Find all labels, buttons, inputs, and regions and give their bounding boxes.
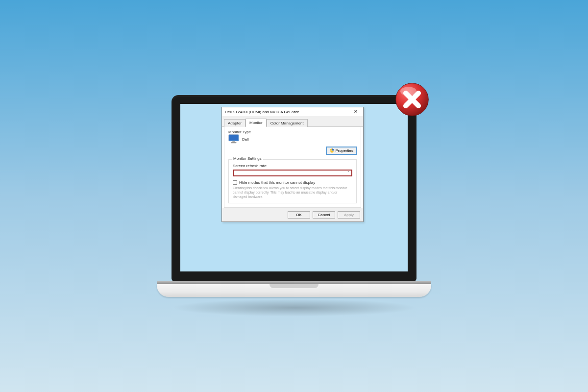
svg-rect-2 xyxy=(232,141,235,143)
shield-icon xyxy=(330,148,334,153)
tab-color-management[interactable]: Color Management xyxy=(267,119,308,127)
laptop-screen: Dell ST2420L(HDMI) and NVIDIA GeForce ✕ … xyxy=(180,104,408,271)
monitor-type-label: Monitor Type xyxy=(228,130,357,134)
close-icon: ✕ xyxy=(354,109,358,114)
svg-rect-3 xyxy=(231,142,237,143)
refresh-rate-label: Screen refresh rate: xyxy=(233,164,352,168)
dialog-titlebar: Dell ST2420L(HDMI) and NVIDIA GeForce ✕ xyxy=(222,107,363,116)
monitor-icon xyxy=(228,134,239,144)
hide-modes-help: Clearing this check box allows you to se… xyxy=(233,186,352,199)
laptop-base xyxy=(157,284,431,297)
laptop: Dell ST2420L(HDMI) and NVIDIA GeForce ✕ … xyxy=(157,95,431,297)
monitor-settings-legend: Monitor Settings xyxy=(232,156,263,161)
hide-modes-label: Hide modes that this monitor cannot disp… xyxy=(239,180,315,185)
tabstrip: Adapter Monitor Color Management xyxy=(222,116,363,127)
laptop-trackpad-notch xyxy=(270,284,318,288)
dialog-button-row: OK Cancel Apply xyxy=(222,208,363,221)
monitor-name: Dell xyxy=(242,137,249,142)
svg-rect-1 xyxy=(229,135,238,141)
tab-monitor[interactable]: Monitor xyxy=(245,119,267,127)
close-button[interactable]: ✕ xyxy=(350,108,361,115)
refresh-rate-select[interactable]: ˅ xyxy=(233,170,352,176)
cancel-button[interactable]: Cancel xyxy=(313,211,335,219)
tab-body-monitor: Monitor Type Dell xyxy=(224,127,361,208)
monitor-properties-dialog: Dell ST2420L(HDMI) and NVIDIA GeForce ✕ … xyxy=(221,107,364,222)
properties-button[interactable]: Properties xyxy=(326,147,357,154)
ok-button[interactable]: OK xyxy=(288,211,310,219)
laptop-shadow xyxy=(172,299,416,317)
error-icon xyxy=(394,81,430,118)
apply-button[interactable]: Apply xyxy=(338,211,360,219)
chevron-down-icon: ˅ xyxy=(347,171,349,175)
hide-modes-row: Hide modes that this monitor cannot disp… xyxy=(233,180,352,185)
hide-modes-checkbox[interactable] xyxy=(233,180,237,185)
tab-adapter[interactable]: Adapter xyxy=(224,119,245,127)
laptop-screen-frame: Dell ST2420L(HDMI) and NVIDIA GeForce ✕ … xyxy=(172,95,416,281)
dialog-title: Dell ST2420L(HDMI) and NVIDIA GeForce xyxy=(225,110,299,114)
monitor-type-row: Dell xyxy=(228,134,357,144)
monitor-settings-group: Monitor Settings Screen refresh rate: ˅ … xyxy=(228,159,357,203)
properties-button-label: Properties xyxy=(336,148,353,153)
